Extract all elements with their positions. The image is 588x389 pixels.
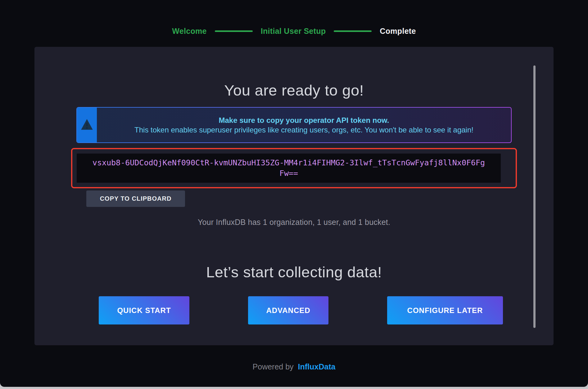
onboarding-card: You are ready to go! Make sure to copy y…: [34, 47, 554, 345]
stepper-connector: [215, 30, 253, 32]
influxdata-brand-link[interactable]: InfluxData: [298, 362, 336, 371]
api-token-value: vsxub8-6UDCodQjKeNf090CtR-kvmUNZbuHI35ZG…: [91, 158, 486, 179]
quick-start-button[interactable]: QUICK START: [99, 296, 189, 324]
step-initial-user-setup: Initial User Setup: [261, 27, 326, 36]
warning-title: Make sure to copy your operator API toke…: [219, 116, 389, 125]
warning-text: Make sure to copy your operator API toke…: [97, 108, 511, 142]
configure-later-button[interactable]: CONFIGURE LATER: [387, 296, 503, 324]
onboarding-stepper: Welcome Initial User Setup Complete: [0, 27, 588, 36]
card-scrollbar-thumb[interactable]: [533, 65, 536, 328]
warning-triangle-icon: [81, 119, 93, 131]
warning-body: This token enables superuser privileges …: [134, 126, 473, 134]
token-warning-banner: Make sure to copy your operator API toke…: [76, 107, 512, 143]
stepper-connector: [334, 30, 372, 32]
setup-summary-text: Your InfluxDB has 1 organization, 1 user…: [34, 218, 554, 227]
powered-by-label: Powered by: [253, 362, 294, 371]
page: Welcome Initial User Setup Complete You …: [0, 0, 588, 387]
token-warning-banner-inner: Make sure to copy your operator API toke…: [77, 108, 511, 142]
api-token-box: vsxub8-6UDCodQjKeNf090CtR-kvmUNZbuHI35ZG…: [77, 154, 501, 183]
footer: Powered by InfluxData: [0, 362, 588, 371]
page-title: You are ready to go!: [34, 82, 554, 99]
advanced-button[interactable]: ADVANCED: [248, 296, 328, 324]
step-complete: Complete: [380, 27, 416, 36]
cta-title: Let’s start collecting data!: [34, 263, 554, 281]
warning-icon-cell: [77, 108, 97, 142]
copy-to-clipboard-button[interactable]: COPY TO CLIPBOARD: [86, 190, 185, 207]
token-highlight-annotation: vsxub8-6UDCodQjKeNf090CtR-kvmUNZbuHI35ZG…: [71, 148, 517, 188]
step-welcome: Welcome: [172, 27, 206, 36]
cta-button-row: QUICK START ADVANCED CONFIGURE LATER: [99, 296, 503, 324]
